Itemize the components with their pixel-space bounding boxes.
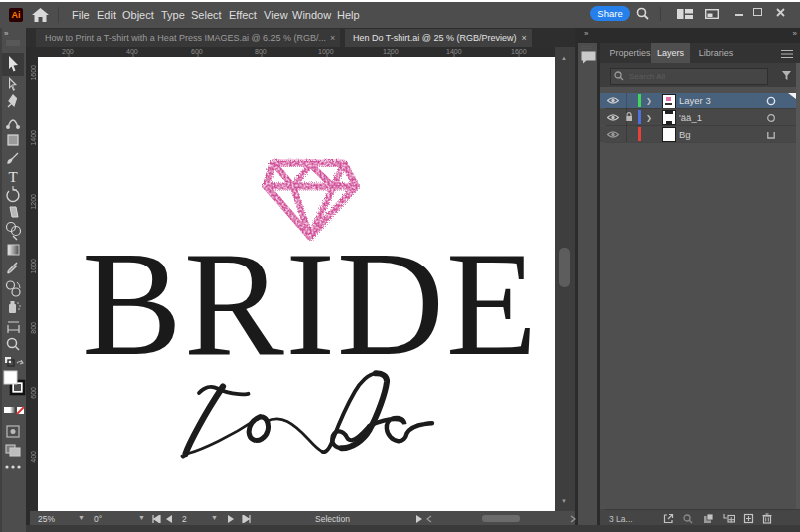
svg-text:BRIDE: BRIDE: [82, 221, 539, 386]
svg-text:T: T: [8, 169, 17, 185]
